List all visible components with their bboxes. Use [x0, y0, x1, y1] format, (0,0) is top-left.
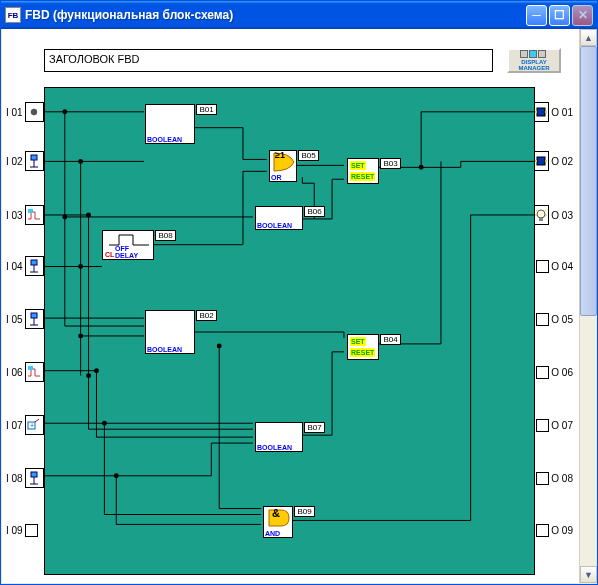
- block-B05[interactable]: ≥1 OR B05: [269, 150, 297, 182]
- svg-rect-20: [545, 111, 547, 113]
- svg-point-28: [78, 159, 83, 164]
- titlebar[interactable]: FB FBD (функциональная блок-схема) ─ ☐ ✕: [1, 1, 597, 29]
- close-button[interactable]: ✕: [572, 5, 593, 26]
- empty-icon: [536, 419, 549, 432]
- pulse-icon: [25, 205, 44, 225]
- vertical-scrollbar[interactable]: ▲ ▼: [579, 29, 596, 583]
- svg-rect-22: [535, 160, 537, 162]
- svg-rect-23: [545, 160, 547, 162]
- input-I03[interactable]: I 03: [4, 204, 44, 226]
- bulb-icon: [533, 205, 549, 225]
- lamp-icon: [533, 102, 549, 122]
- input-I07[interactable]: I 07 +: [4, 414, 44, 436]
- svg-rect-15: [31, 472, 37, 477]
- svg-line-13: [35, 419, 39, 422]
- output-O07[interactable]: O 07: [535, 414, 575, 436]
- fbd-canvas[interactable]: BOOLEAN B01 ≥1 OR B05 SET RESET B03: [44, 87, 535, 575]
- block-B01[interactable]: BOOLEAN B01: [145, 104, 195, 144]
- svg-point-30: [78, 333, 83, 338]
- plus-icon: +: [25, 415, 44, 435]
- svg-point-33: [94, 368, 99, 373]
- empty-icon: [536, 313, 549, 326]
- svg-rect-11: [28, 366, 33, 370]
- switch-icon: [25, 256, 44, 276]
- block-B02[interactable]: BOOLEAN B02: [145, 310, 195, 354]
- block-B07[interactable]: BOOLEAN B07: [255, 422, 303, 452]
- svg-rect-18: [537, 108, 545, 116]
- output-O03[interactable]: O 03: [535, 204, 575, 226]
- input-I04[interactable]: I 04: [4, 255, 44, 277]
- output-O02[interactable]: O 02: [535, 150, 575, 172]
- block-B09[interactable]: & AND B09: [263, 506, 293, 538]
- app-window: FB FBD (функциональная блок-схема) ─ ☐ ✕…: [0, 0, 598, 585]
- output-O09[interactable]: O 09: [535, 519, 575, 541]
- svg-point-36: [419, 165, 424, 170]
- output-column: O 01 O 02 O 03 O 04 O 05: [535, 87, 575, 575]
- client-area: ЗАГОЛОВОК FBD DISPLAY MANAGER I 01 I 02: [2, 29, 596, 583]
- svg-rect-5: [31, 260, 37, 265]
- lamp-icon: [533, 151, 549, 171]
- dot-icon: [25, 102, 44, 122]
- maximize-button[interactable]: ☐: [549, 5, 570, 26]
- empty-icon: [536, 472, 549, 485]
- display-manager-button[interactable]: DISPLAY MANAGER: [507, 48, 561, 73]
- svg-rect-8: [31, 313, 37, 318]
- input-I05[interactable]: I 05: [4, 308, 44, 330]
- app-icon: FB: [5, 7, 21, 23]
- input-I06[interactable]: I 06: [4, 361, 44, 383]
- empty-icon: [536, 260, 549, 273]
- output-O05[interactable]: O 05: [535, 308, 575, 330]
- empty-icon: [536, 366, 549, 379]
- scroll-down-button[interactable]: ▼: [580, 566, 597, 583]
- svg-point-34: [102, 421, 107, 426]
- switch-icon: [25, 309, 44, 329]
- output-O04[interactable]: O 04: [535, 255, 575, 277]
- svg-text:+: +: [30, 422, 34, 429]
- display-manager-label: DISPLAY MANAGER: [509, 59, 559, 71]
- svg-rect-25: [539, 218, 543, 221]
- svg-point-0: [31, 109, 37, 115]
- svg-rect-4: [28, 209, 33, 213]
- svg-point-35: [114, 473, 119, 478]
- pulse-icon: [25, 362, 44, 382]
- output-O01[interactable]: O 01: [535, 101, 575, 123]
- input-I09[interactable]: I 09: [4, 519, 44, 541]
- empty-icon: [536, 524, 549, 537]
- scroll-thumb[interactable]: [580, 46, 597, 316]
- svg-point-31: [86, 212, 91, 217]
- svg-point-24: [537, 210, 545, 218]
- svg-point-37: [217, 343, 222, 348]
- switch-icon: [25, 151, 44, 171]
- block-B04[interactable]: SET RESET B04: [347, 334, 379, 360]
- scroll-up-button[interactable]: ▲: [580, 29, 597, 46]
- window-title: FBD (функциональная блок-схема): [25, 8, 524, 22]
- svg-point-32: [86, 373, 91, 378]
- input-I02[interactable]: I 02: [4, 150, 44, 172]
- input-I08[interactable]: I 08: [4, 467, 44, 489]
- block-B08[interactable]: CL OFF DELAY B08: [102, 230, 154, 260]
- empty-icon: [25, 524, 38, 537]
- input-column: I 01 I 02 I 03 I 04 I 05: [4, 87, 44, 575]
- workspace: ЗАГОЛОВОК FBD DISPLAY MANAGER I 01 I 02: [2, 29, 579, 583]
- block-B06[interactable]: BOOLEAN B06: [255, 206, 303, 230]
- input-I01[interactable]: I 01: [4, 101, 44, 123]
- svg-rect-19: [535, 111, 537, 113]
- minimize-button[interactable]: ─: [526, 5, 547, 26]
- output-O06[interactable]: O 06: [535, 361, 575, 383]
- svg-rect-1: [31, 155, 37, 160]
- output-O08[interactable]: O 08: [535, 467, 575, 489]
- header-row: ЗАГОЛОВОК FBD DISPLAY MANAGER: [44, 49, 561, 72]
- switch-icon: [25, 468, 44, 488]
- svg-rect-21: [537, 157, 545, 165]
- title-input[interactable]: ЗАГОЛОВОК FBD: [44, 49, 493, 72]
- block-B03[interactable]: SET RESET B03: [347, 158, 379, 184]
- svg-point-26: [62, 109, 67, 114]
